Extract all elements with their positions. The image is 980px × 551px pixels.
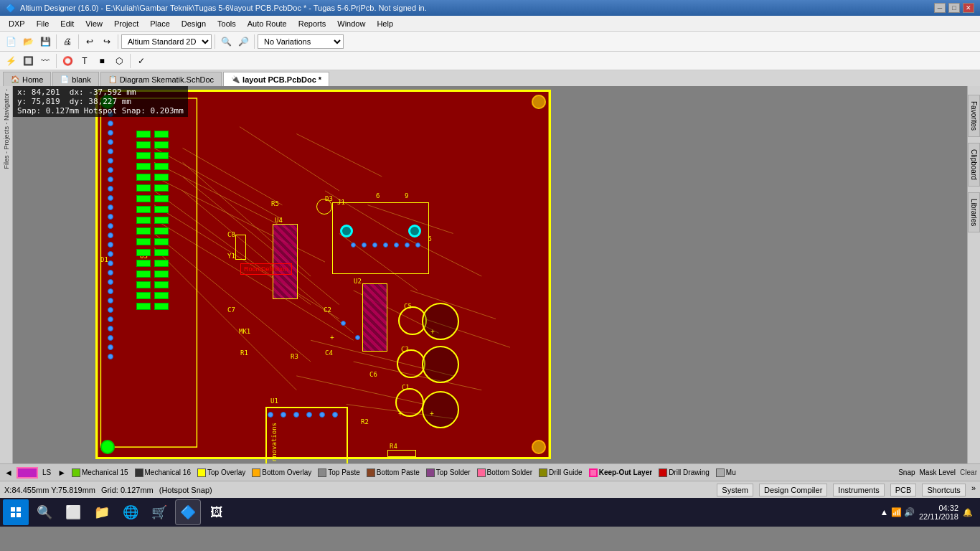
menu-edit[interactable]: Edit xyxy=(55,18,80,29)
shortcuts-tab[interactable]: Shortcuts xyxy=(922,484,965,496)
fill-button[interactable]: ■ xyxy=(94,53,110,69)
track-button[interactable]: 〰 xyxy=(37,53,53,69)
zoom-in-button[interactable]: 🔍 xyxy=(218,34,234,50)
menu-autoroute[interactable]: Auto Route xyxy=(242,18,293,29)
via-left-4 xyxy=(108,130,113,136)
layer-bottom-solder[interactable]: Bottom Solder xyxy=(475,468,534,478)
component-button[interactable]: 🔲 xyxy=(20,53,36,69)
polygon-button[interactable]: ⬡ xyxy=(111,53,127,69)
layer-bottom-paste[interactable]: Bottom Paste xyxy=(364,468,422,478)
y-coord: y: 75,819 dy: 38,227 mm xyxy=(17,97,184,106)
altium-taskbar[interactable]: 🔷 xyxy=(175,499,201,525)
u3-pad-32 xyxy=(154,292,169,299)
design-compiler-tab[interactable]: Design Compiler xyxy=(759,484,827,496)
u3-pad-33 xyxy=(136,303,151,310)
edge-button[interactable]: 🌐 xyxy=(118,499,143,525)
via-left-12 xyxy=(108,204,113,210)
layer-bottom-overlay-color xyxy=(252,468,260,477)
drc-button[interactable]: ✓ xyxy=(133,53,149,69)
svg-line-4 xyxy=(154,205,339,319)
layer-scroll-left[interactable]: ◄ xyxy=(3,468,14,478)
via-button[interactable]: ⭕ xyxy=(60,53,75,69)
menu-help[interactable]: Help xyxy=(371,18,399,29)
start-button[interactable] xyxy=(3,499,29,525)
layer-top-solder[interactable]: Top Solder xyxy=(424,468,473,478)
task-view-button[interactable]: ⬜ xyxy=(60,499,86,525)
file-explorer-button[interactable]: 📁 xyxy=(89,499,115,525)
u3-pad-17 xyxy=(136,217,151,224)
route-button[interactable]: ⚡ xyxy=(3,53,19,69)
menu-file[interactable]: File xyxy=(31,18,55,29)
layer-drill-guide[interactable]: Drill Guide xyxy=(537,468,585,478)
view-dropdown[interactable]: Altium Standard 2D xyxy=(121,34,212,49)
tray-icons: ▲ 📶 🔊 xyxy=(880,507,915,517)
minimize-button[interactable]: ─ xyxy=(934,3,946,13)
mask-level-label[interactable]: Mask Level xyxy=(920,468,956,476)
text-button[interactable]: T xyxy=(77,53,93,69)
pcb-tab[interactable]: PCB xyxy=(890,484,917,496)
store-button[interactable]: 🛒 xyxy=(146,499,172,525)
tab-schematic[interactable]: 📋 Diagram Skematik.SchDoc xyxy=(100,72,222,86)
j1-pin5: 5 xyxy=(428,235,432,242)
u3-pad-20 xyxy=(154,227,169,235)
u1-text: I-42 ID nnovations xyxy=(270,423,278,463)
menu-tools[interactable]: Tools xyxy=(212,18,242,29)
layer-top-overlay[interactable]: Top Overlay xyxy=(195,468,248,478)
save-button[interactable]: 💾 xyxy=(37,34,53,50)
notification-button[interactable]: 🔔 xyxy=(963,508,973,517)
layer-drill-drawing[interactable]: Drill Drawing xyxy=(656,468,712,478)
instruments-tab[interactable]: Instruments xyxy=(833,484,884,496)
menu-place[interactable]: Place xyxy=(144,18,176,29)
open-button[interactable]: 📂 xyxy=(20,34,36,50)
undo-button[interactable]: ↩ xyxy=(82,34,98,50)
via-left-28 xyxy=(108,354,113,359)
close-button[interactable]: ✕ xyxy=(963,3,974,13)
via-left-18 xyxy=(108,260,113,266)
variation-dropdown[interactable]: No Variations xyxy=(258,34,344,49)
libraries-tab[interactable]: Libraries xyxy=(968,192,980,232)
menu-window[interactable]: Window xyxy=(331,18,371,29)
layer-mech16[interactable]: Mechanical 16 xyxy=(133,468,193,478)
snap-label[interactable]: Snap xyxy=(898,468,915,476)
layer-keepout[interactable]: Keep-Out Layer xyxy=(587,468,654,478)
tab-pcb[interactable]: 🔌 layout PCB.PcbDoc * xyxy=(223,72,329,86)
layer-top-paste[interactable]: Top Paste xyxy=(316,468,362,478)
home-icon: 🏠 xyxy=(11,75,19,83)
new-button[interactable]: 📄 xyxy=(3,34,19,50)
toolbar2-separator-1 xyxy=(56,54,57,68)
clock[interactable]: 04:32 22/11/2018 xyxy=(919,504,958,521)
pcb-icon: 🔌 xyxy=(231,75,240,83)
c5-plus: + xyxy=(430,328,435,336)
favorites-tab[interactable]: Favorites xyxy=(968,95,980,137)
c2-via-1 xyxy=(341,321,346,326)
clear-button[interactable]: Clear xyxy=(960,468,977,476)
print-button[interactable]: 🖨 xyxy=(60,34,75,50)
canvas-area[interactable]: x: 84,201 dx: -37,592 mm y: 75,819 dy: 3… xyxy=(13,86,980,463)
menu-reports[interactable]: Reports xyxy=(293,18,332,29)
pcb-board[interactable]: D1 xyxy=(95,90,551,459)
search-button[interactable]: 🔍 xyxy=(32,499,57,525)
tab-home[interactable]: 🏠 Home xyxy=(3,72,51,86)
menu-view[interactable]: View xyxy=(80,18,108,29)
system-tab[interactable]: System xyxy=(717,484,753,496)
clipboard-tab[interactable]: Clipboard xyxy=(968,143,980,187)
zoom-out-button[interactable]: 🔎 xyxy=(235,34,251,50)
menu-design[interactable]: Design xyxy=(176,18,212,29)
d3-component xyxy=(316,199,332,215)
toolbar2-separator-2 xyxy=(130,54,131,68)
layer-bottom-overlay[interactable]: Bottom Overlay xyxy=(250,468,314,478)
layer-mu[interactable]: Mu xyxy=(714,468,738,478)
title-bar-controls[interactable]: ─ □ ✕ xyxy=(934,3,974,13)
maximize-button[interactable]: □ xyxy=(948,3,960,13)
menu-dxp[interactable]: DXP xyxy=(3,18,31,29)
layer-mech15-label: Mechanical 15 xyxy=(82,468,128,476)
component-u4: U4 xyxy=(275,217,283,224)
u3-pad-21 xyxy=(136,238,151,245)
scroll-right-icon[interactable]: » xyxy=(971,484,976,496)
tab-blank[interactable]: 📄 blank xyxy=(52,72,98,86)
menu-project[interactable]: Project xyxy=(108,18,144,29)
redo-button[interactable]: ↪ xyxy=(99,34,115,50)
layer-mech15[interactable]: Mechanical 15 xyxy=(70,468,130,478)
photos-button[interactable]: 🖼 xyxy=(204,499,230,525)
layer-scroll-right[interactable]: ► xyxy=(56,468,67,478)
